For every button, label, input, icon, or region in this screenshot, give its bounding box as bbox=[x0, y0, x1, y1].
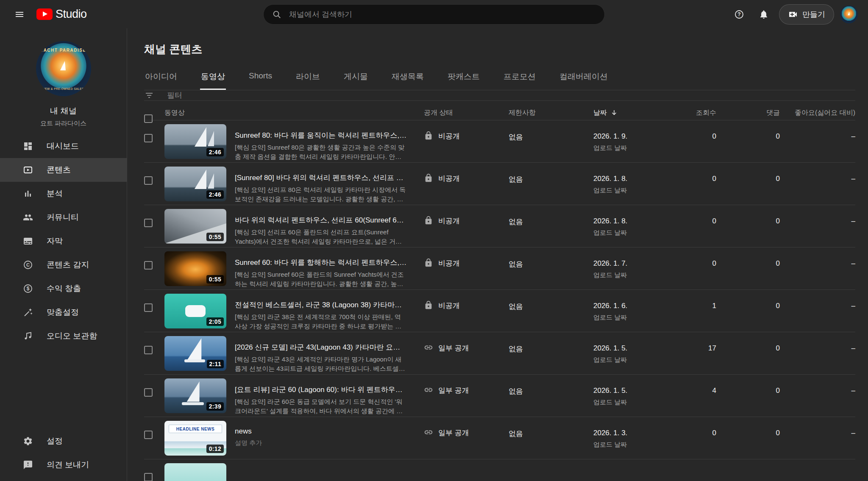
channel-avatar[interactable]: YACHT PARADISE NEW & PRE-OWNED SALES bbox=[36, 41, 91, 96]
table-row[interactable]: 2:46 Sunreef 80: 바다 위를 움직이는 럭셔리 펜트하우스, 상… bbox=[144, 120, 855, 163]
video-thumbnail[interactable] bbox=[164, 463, 226, 481]
video-description[interactable]: [핵심 요약] 라군 43은 세계적인 카타마란 명가 Lagoon이 새롭게 … bbox=[235, 355, 407, 373]
table-row[interactable]: 2:11 [2026 신규 모델] 라군 43(Lagoon 43) 카타마란 … bbox=[144, 332, 855, 375]
row-checkbox[interactable] bbox=[144, 473, 153, 481]
visibility-cell[interactable]: 비공개 bbox=[424, 120, 509, 162]
menu-button[interactable] bbox=[10, 5, 29, 24]
sidebar-item-content[interactable]: 콘텐츠 bbox=[0, 158, 127, 182]
help-button[interactable] bbox=[730, 5, 748, 24]
video-description[interactable]: [핵심 요약] 선리프 80은 럭셔리 세일링 카타마란 시장에서 독보적인 존… bbox=[235, 185, 407, 204]
tab-ideas[interactable]: 아이디어 bbox=[144, 67, 178, 90]
views-cell: 1 bbox=[657, 290, 716, 332]
row-checkbox[interactable] bbox=[144, 176, 153, 185]
header-date[interactable]: 날짜 bbox=[593, 108, 657, 117]
video-title[interactable]: 전설적인 베스트셀러, 라군 38 (Lagoon 38) 카타마란의 매력을 … bbox=[235, 300, 407, 310]
video-table-body: 2:46 Sunreef 80: 바다 위를 움직이는 럭셔리 펜트하우스, 상… bbox=[144, 120, 855, 481]
sidebar-item-feedback[interactable]: 의견 보내기 bbox=[0, 453, 127, 477]
video-title[interactable]: 바다 위의 럭셔리 펜트하우스, 선리프 60(Sunreef 60) 세일링 … bbox=[235, 215, 407, 225]
video-description[interactable]: [핵심 요약] Sunreef 80은 광활한 생활 공간과 높은 수준의 맞춤… bbox=[235, 143, 407, 161]
visibility-cell[interactable]: 비공개 bbox=[424, 247, 509, 289]
sidebar-item-audio-library[interactable]: 오디오 보관함 bbox=[0, 324, 127, 348]
search-input[interactable] bbox=[289, 10, 601, 19]
sidebar-item-label: 의견 보내기 bbox=[47, 459, 89, 470]
bell-icon bbox=[759, 9, 769, 19]
video-thumbnail[interactable]: HEADLINE NEWS 0:12 bbox=[164, 421, 226, 456]
views-cell: 0 bbox=[657, 417, 716, 459]
sidebar-item-label: 설정 bbox=[47, 436, 63, 447]
video-title[interactable]: [2026 신규 모델] 라군 43(Lagoon 43) 카타마란 요트 상세… bbox=[235, 342, 407, 352]
row-checkbox[interactable] bbox=[144, 388, 153, 397]
visibility-cell[interactable]: 일부 공개 bbox=[424, 417, 509, 459]
tab-shorts[interactable]: Shorts bbox=[248, 67, 273, 90]
account-avatar[interactable] bbox=[840, 6, 858, 23]
video-title[interactable]: [요트 리뷰] 라군 60 (Lagoon 60): 바다 위 펜트하우스, 혁… bbox=[235, 385, 407, 395]
tab-promotions[interactable]: 프로모션 bbox=[503, 67, 537, 90]
sidebar-item-customization[interactable]: 맞춤설정 bbox=[0, 300, 127, 324]
video-thumbnail[interactable]: 2:46 bbox=[164, 167, 226, 201]
video-description[interactable]: [핵심 요약] 라군 60은 동급 모델에서 보기 드문 혁신적인 '워크어라운… bbox=[235, 397, 407, 416]
visibility-cell[interactable]: 비공개 bbox=[424, 163, 509, 205]
sort-descending-icon bbox=[610, 109, 618, 117]
video-description[interactable]: [핵심 요약] Sunreef 60은 폴란드의 Sunreef Yachts에… bbox=[235, 270, 407, 289]
tab-posts[interactable]: 게시물 bbox=[343, 67, 369, 90]
video-title[interactable]: Sunreef 80: 바다 위를 움직이는 럭셔리 펜트하우스, 상세 리뷰 bbox=[235, 131, 407, 140]
sidebar-item-dashboard[interactable]: 대시보드 bbox=[0, 134, 127, 158]
video-thumbnail[interactable]: 0:55 bbox=[164, 209, 226, 244]
tab-label: 동영상 bbox=[201, 72, 225, 81]
row-checkbox[interactable] bbox=[144, 431, 153, 439]
restrictions-cell: 없음 bbox=[509, 205, 593, 247]
table-row[interactable]: HEADLINE NEWS 0:12 news 설명 추가 일부 공개 없음 2… bbox=[144, 417, 855, 459]
visibility-label: 일부 공개 bbox=[438, 428, 469, 438]
video-description[interactable]: [핵심 요약] 선리프 60은 폴란드의 선리프 요트(Sunreef Yach… bbox=[235, 228, 407, 246]
video-thumbnail[interactable]: 2:46 bbox=[164, 124, 226, 159]
row-checkbox[interactable] bbox=[144, 303, 153, 312]
sidebar-item-community[interactable]: 커뮤니티 bbox=[0, 206, 127, 229]
date-cell: 2026. 1. 8. 업로드 날짜 bbox=[593, 205, 657, 247]
visibility-cell[interactable]: 비공개 bbox=[424, 290, 509, 332]
table-row[interactable]: 2:46 [Sunreef 80] 바다 위의 럭셔리 펜트하우스, 선리프 8… bbox=[144, 163, 855, 205]
video-title[interactable]: Sunreef 60: 바다 위를 항해하는 럭셔리 펜트하우스, 상세 리뷰 … bbox=[235, 258, 407, 267]
tab-playlists[interactable]: 재생목록 bbox=[391, 67, 425, 90]
tab-collaborations[interactable]: 컬래버레이션 bbox=[559, 67, 609, 90]
tab-podcasts[interactable]: 팟캐스트 bbox=[447, 67, 481, 90]
video-duration-badge: 2:39 bbox=[206, 402, 224, 411]
community-icon bbox=[23, 212, 33, 222]
video-title[interactable]: [Sunreef 80] 바다 위의 럭셔리 펜트하우스, 선리프 80 세일링… bbox=[235, 173, 407, 183]
video-thumbnail[interactable]: 2:11 bbox=[164, 336, 226, 371]
tab-videos[interactable]: 동영상 bbox=[200, 67, 226, 90]
video-description[interactable]: [핵심 요약] 라군 38은 전 세계적으로 700척 이상 판매된, 역사상 … bbox=[235, 312, 407, 331]
table-row[interactable]: 0:55 Sunreef 60: 바다 위를 항해하는 럭셔리 펜트하우스, 상… bbox=[144, 247, 855, 290]
row-checkbox[interactable] bbox=[144, 219, 153, 227]
filter-bar[interactable]: 필터 bbox=[144, 90, 855, 101]
sidebar-item-settings[interactable]: 설정 bbox=[0, 429, 127, 453]
notifications-button[interactable] bbox=[754, 5, 773, 24]
sidebar-item-subtitles[interactable]: 자막 bbox=[0, 229, 127, 253]
restrictions-cell: 없음 bbox=[509, 375, 593, 417]
sidebar-item-monetization[interactable]: 수익 창출 bbox=[0, 277, 127, 300]
table-row[interactable]: 0:55 바다 위의 럭셔리 펜트하우스, 선리프 60(Sunreef 60)… bbox=[144, 205, 855, 247]
video-thumbnail[interactable]: 2:39 bbox=[164, 378, 226, 413]
table-row[interactable] bbox=[144, 459, 855, 481]
row-checkbox[interactable] bbox=[144, 134, 153, 142]
link-icon bbox=[424, 343, 433, 352]
video-description[interactable]: 설명 추가 bbox=[235, 438, 407, 448]
channel-search-bar[interactable] bbox=[263, 4, 605, 25]
row-checkbox[interactable] bbox=[144, 346, 153, 354]
sidebar-item-copyright[interactable]: 콘텐츠 감지 bbox=[0, 253, 127, 277]
sidebar-item-analytics[interactable]: 분석 bbox=[0, 182, 127, 206]
visibility-cell[interactable]: 일부 공개 bbox=[424, 332, 509, 374]
visibility-cell[interactable]: 일부 공개 bbox=[424, 375, 509, 417]
link-icon bbox=[424, 428, 433, 437]
video-thumbnail[interactable]: 0:55 bbox=[164, 251, 226, 286]
table-row[interactable]: 2:05 전설적인 베스트셀러, 라군 38 (Lagoon 38) 카타마란의… bbox=[144, 290, 855, 332]
table-row[interactable]: 2:39 [요트 리뷰] 라군 60 (Lagoon 60): 바다 위 펜트하… bbox=[144, 375, 855, 417]
video-thumbnail[interactable]: 2:05 bbox=[164, 294, 226, 328]
visibility-cell[interactable]: 비공개 bbox=[424, 205, 509, 247]
video-title[interactable]: news bbox=[235, 427, 407, 436]
row-checkbox[interactable] bbox=[144, 261, 153, 270]
likes-cell: – bbox=[780, 417, 855, 459]
studio-logo[interactable]: Studio bbox=[36, 8, 87, 21]
visibility-label: 비공개 bbox=[438, 216, 460, 226]
create-button[interactable]: 만들기 bbox=[779, 4, 834, 25]
tab-live[interactable]: 라이브 bbox=[295, 67, 321, 90]
